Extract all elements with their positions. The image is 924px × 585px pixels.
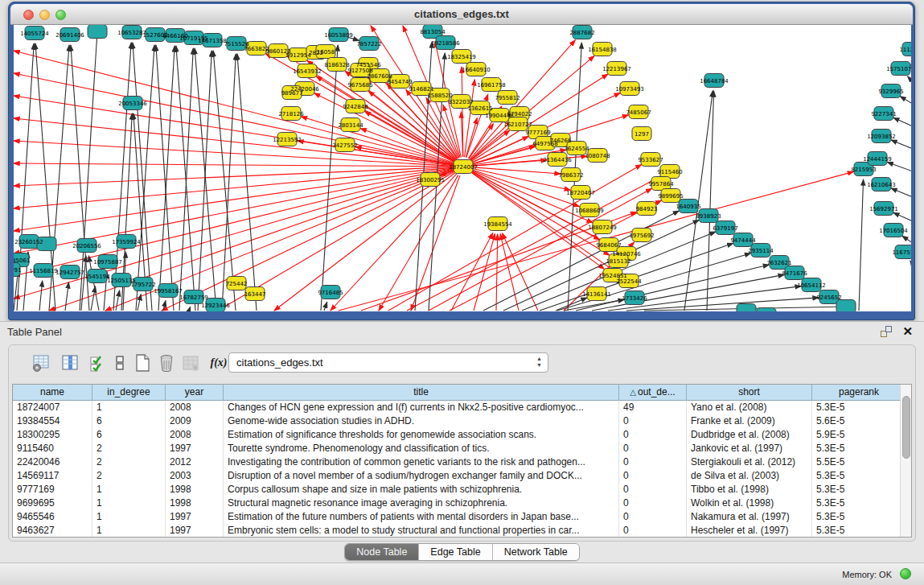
table-settings-icon[interactable] bbox=[30, 352, 52, 374]
table-row[interactable]: 977716911998Corpus callosum shape and si… bbox=[13, 483, 900, 496]
table-cell[interactable]: 2003 bbox=[166, 469, 224, 483]
table-cell[interactable]: 5.5E-5 bbox=[812, 455, 900, 469]
table-cell[interactable]: 0 bbox=[619, 455, 687, 469]
graph-edge[interactable] bbox=[891, 140, 911, 149]
graph-node[interactable] bbox=[836, 300, 856, 312]
graph-edge[interactable] bbox=[483, 211, 679, 311]
table-row[interactable]: 2242004622012Investigating the contribut… bbox=[13, 455, 900, 469]
table-cell[interactable]: 2012 bbox=[166, 455, 224, 469]
table-cell[interactable]: 6 bbox=[92, 414, 166, 428]
memory-ok-indicator-icon[interactable] bbox=[900, 568, 911, 579]
table-cell[interactable]: 0 bbox=[619, 483, 687, 496]
column-header-pagerank[interactable]: pagerank bbox=[812, 385, 906, 401]
table-cell[interactable]: 0 bbox=[619, 510, 687, 524]
table-cell[interactable]: 1 bbox=[92, 524, 166, 537]
table-cell[interactable]: Estimation of the future numbers of pati… bbox=[224, 510, 619, 524]
table-cell[interactable]: 5.3E-5 bbox=[812, 401, 900, 414]
table-cell[interactable]: Corpus callosum shape and size in male p… bbox=[224, 483, 619, 496]
graph-node[interactable] bbox=[757, 308, 776, 312]
network-canvas[interactable]: 1405572420691406106532871527602646616010… bbox=[14, 25, 911, 311]
table-cell[interactable]: Disruption of a novel member of a sodium… bbox=[224, 469, 619, 483]
table-cell[interactable]: Embryonic stem cells: a model to study s… bbox=[224, 524, 619, 537]
table-cell[interactable]: 5.3E-5 bbox=[812, 524, 900, 537]
graph-edge[interactable] bbox=[39, 281, 43, 311]
table-cell[interactable]: 1997 bbox=[166, 510, 224, 524]
table-cell[interactable]: Changes of HCN gene expression and I(f) … bbox=[224, 401, 619, 414]
graph-edge[interactable] bbox=[407, 176, 661, 311]
graph-edge[interactable] bbox=[237, 54, 257, 311]
graph-node[interactable] bbox=[88, 25, 107, 39]
table-cell[interactable]: Wolkin et al. (1998) bbox=[687, 496, 812, 510]
graph-edge[interactable] bbox=[162, 171, 454, 311]
table-cell[interactable]: Structural magnetic resonance image aver… bbox=[224, 496, 619, 510]
trash-icon[interactable] bbox=[155, 352, 178, 374]
table-cell[interactable]: 9777169 bbox=[13, 483, 92, 496]
scrollbar-thumb[interactable] bbox=[902, 396, 910, 459]
close-panel-icon[interactable]: ✕ bbox=[902, 324, 913, 339]
table-cell[interactable]: 5.3E-5 bbox=[812, 469, 900, 483]
table-cell[interactable]: Stergiakouli et al. (2012) bbox=[687, 455, 812, 469]
tab-network-table[interactable]: Network Table bbox=[493, 544, 579, 560]
tab-edge-table[interactable]: Edge Table bbox=[419, 544, 492, 560]
graph-edge[interactable] bbox=[14, 141, 454, 166]
table-cell[interactable]: 9465546 bbox=[13, 510, 92, 524]
table-cell[interactable]: 2 bbox=[92, 455, 166, 469]
table-cell[interactable]: 2 bbox=[92, 442, 166, 455]
graph-edge[interactable] bbox=[500, 234, 519, 311]
graph-edge[interactable] bbox=[474, 234, 495, 311]
graph-edge[interactable] bbox=[133, 43, 152, 311]
graph-edge[interactable] bbox=[910, 261, 911, 265]
graph-edge[interactable] bbox=[887, 162, 911, 171]
column-header-name[interactable]: name bbox=[13, 385, 92, 401]
graph-edge[interactable] bbox=[859, 179, 864, 311]
table-cell[interactable]: 19384554 bbox=[13, 414, 92, 428]
graph-edge[interactable] bbox=[222, 54, 236, 311]
table-cell[interactable]: 0 bbox=[619, 469, 687, 483]
table-cell[interactable]: 0 bbox=[619, 428, 687, 442]
table-cell[interactable]: Jankovic et al. (1997) bbox=[687, 442, 812, 455]
table-cell[interactable]: 0 bbox=[619, 414, 687, 428]
graph-edge[interactable] bbox=[91, 286, 96, 311]
graph-edge[interactable] bbox=[893, 117, 911, 126]
table-cell[interactable]: 1 bbox=[92, 483, 166, 496]
graph-edge[interactable] bbox=[198, 51, 211, 311]
table-cell[interactable]: 1997 bbox=[166, 524, 224, 537]
graph-edge[interactable] bbox=[496, 234, 498, 311]
table-cell[interactable]: 2008 bbox=[166, 401, 224, 414]
table-cell[interactable]: Dudbridge et al. (2008) bbox=[687, 428, 812, 442]
graph-edge[interactable] bbox=[274, 172, 455, 311]
graph-edge[interactable] bbox=[116, 290, 120, 311]
table-cell[interactable]: 5.6E-5 bbox=[812, 414, 900, 428]
column-header-out_de[interactable]: △out_de... bbox=[619, 385, 687, 401]
graph-edge[interactable] bbox=[14, 169, 454, 276]
graph-edge[interactable] bbox=[14, 51, 454, 164]
table-cell[interactable]: 22420046 bbox=[13, 455, 92, 469]
graph-edge[interactable] bbox=[902, 236, 911, 243]
column-header-title[interactable]: title bbox=[224, 385, 619, 401]
table-cell[interactable]: Franke et al. (2009) bbox=[687, 414, 812, 428]
table-row[interactable]: 911546021997Tourette syndrome. Phenomeno… bbox=[13, 442, 900, 455]
table-row[interactable]: 969969511998Structural magnetic resonanc… bbox=[13, 496, 900, 510]
graph-edge[interactable] bbox=[158, 46, 175, 311]
table-cell[interactable]: 5.3E-5 bbox=[812, 442, 900, 455]
table-cell[interactable]: 2 bbox=[92, 469, 166, 483]
graph-edge[interactable] bbox=[908, 76, 911, 82]
table-row[interactable]: 946362711997Embryonic stem cells: a mode… bbox=[13, 524, 900, 537]
table-cell[interactable]: 1 bbox=[92, 510, 166, 524]
graph-edge[interactable] bbox=[502, 233, 538, 311]
table-row[interactable]: 1938455462009Genome-wide association stu… bbox=[13, 414, 900, 428]
table-cell[interactable]: 2009 bbox=[166, 414, 224, 428]
table-cell[interactable]: Estimation of significance thresholds fo… bbox=[224, 428, 619, 442]
table-cell[interactable]: 1998 bbox=[166, 483, 224, 496]
checklist-icon[interactable] bbox=[86, 352, 109, 374]
table-cell[interactable]: 18724007 bbox=[13, 401, 92, 414]
table-columns-icon[interactable] bbox=[59, 352, 81, 374]
table-cell[interactable]: 2008 bbox=[166, 428, 224, 442]
table-cell[interactable]: 9699695 bbox=[13, 496, 92, 510]
table-cell[interactable]: 1 bbox=[92, 401, 166, 414]
table-cell[interactable]: 0 bbox=[619, 496, 687, 510]
rows-icon[interactable] bbox=[109, 352, 131, 374]
graph-edge[interactable] bbox=[466, 117, 477, 157]
table-cell[interactable]: 1998 bbox=[166, 496, 224, 510]
table-cell[interactable]: 1 bbox=[92, 496, 166, 510]
